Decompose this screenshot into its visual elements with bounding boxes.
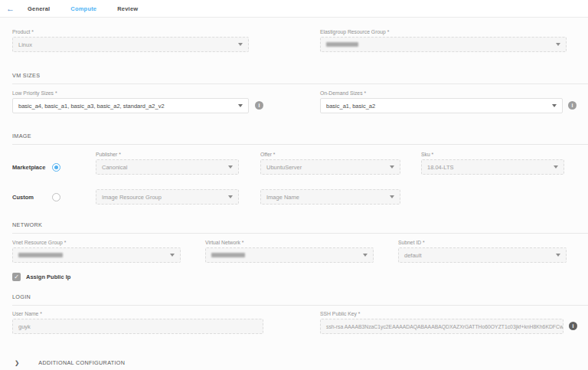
sku-label: Sku * bbox=[421, 151, 564, 158]
tab-general[interactable]: General bbox=[28, 5, 50, 12]
offer-select: UbuntuServer bbox=[260, 159, 400, 175]
dropdown-caret-icon bbox=[552, 104, 557, 107]
dropdown-caret-icon bbox=[390, 195, 394, 198]
low-priority-sizes-select[interactable]: basic_a4, basic_a1, basic_a3, basic_a2, … bbox=[12, 98, 249, 113]
low-priority-sizes-value: basic_a4, basic_a1, basic_a3, basic_a2, … bbox=[18, 103, 165, 110]
publisher-label: Publisher * bbox=[96, 151, 239, 158]
network-title: NETWORK bbox=[12, 221, 588, 228]
wizard-tabs: General Compute Review bbox=[28, 5, 158, 12]
wizard-top-bar: ← General Compute Review bbox=[0, 0, 588, 18]
ssh-public-key-input: ssh-rsa AAAAB3NzaC1yc2EAAAADAQABAAABAQDX… bbox=[320, 319, 564, 334]
image-name-select: Image Name bbox=[260, 189, 400, 205]
product-value: Linux bbox=[18, 41, 32, 48]
on-demand-sizes-select[interactable]: basic_a1, basic_a2 bbox=[320, 98, 563, 113]
product-select: Linux bbox=[12, 37, 249, 52]
publisher-value: Canonical bbox=[102, 164, 127, 171]
user-name-label: User Name * bbox=[12, 310, 263, 317]
assign-public-ip-row: ✓ Assign Public Ip bbox=[12, 273, 588, 281]
info-icon[interactable]: i bbox=[568, 101, 577, 110]
elastigroup-rg-label: Elastigroup Resource Group * bbox=[320, 28, 567, 35]
network-row: Vnet Resource Group * Virtual Network * … bbox=[12, 239, 588, 263]
marketplace-row: Marketplace Publisher * Canonical Offer … bbox=[12, 151, 588, 175]
user-name-value: guyk bbox=[18, 323, 31, 330]
dropdown-caret-icon bbox=[390, 165, 394, 169]
login-row: User Name * guyk SSH Public Key * ssh-rs… bbox=[12, 310, 588, 334]
redacted-value bbox=[326, 42, 358, 47]
low-priority-sizes-label: Low Priority Sizes * bbox=[12, 90, 249, 97]
vm-sizes-title: VM SIZES bbox=[12, 72, 588, 79]
info-icon[interactable]: i bbox=[569, 322, 577, 330]
ssh-public-key-label: SSH Public Key * bbox=[320, 310, 564, 317]
elastigroup-rg-select bbox=[320, 37, 567, 52]
network-section-header: NETWORK bbox=[12, 221, 588, 234]
login-title: LOGIN bbox=[12, 293, 588, 300]
vm-sizes-section-header: VM SIZES bbox=[12, 72, 588, 84]
dropdown-caret-icon bbox=[363, 254, 368, 257]
redacted-value bbox=[211, 253, 245, 257]
dropdown-caret-icon bbox=[228, 195, 233, 198]
product-row: Product * Linux Elastigroup Resource Gro… bbox=[12, 28, 588, 52]
ssh-public-key-value: ssh-rsa AAAAB3NzaC1yc2EAAAADAQABAAABAQDX… bbox=[326, 324, 564, 329]
product-label: Product * bbox=[12, 28, 249, 35]
image-name-placeholder: Image Name bbox=[266, 194, 299, 201]
back-arrow-icon[interactable]: ← bbox=[6, 5, 15, 13]
dropdown-caret-icon bbox=[556, 43, 560, 46]
compute-form: Product * Linux Elastigroup Resource Gro… bbox=[0, 28, 588, 370]
dropdown-caret-icon bbox=[228, 165, 233, 169]
image-resource-group-select: Image Resource Group bbox=[96, 189, 239, 205]
image-section-header: IMAGE bbox=[12, 133, 588, 145]
marketplace-radio[interactable] bbox=[52, 163, 60, 172]
dropdown-caret-icon bbox=[238, 43, 243, 46]
vnet-resource-group-label: Vnet Resource Group * bbox=[12, 239, 181, 246]
publisher-select: Canonical bbox=[96, 159, 239, 175]
marketplace-label: Marketplace bbox=[12, 164, 52, 171]
dropdown-caret-icon bbox=[554, 165, 558, 169]
tab-compute[interactable]: Compute bbox=[70, 5, 96, 12]
chevron-right-icon: ❯ bbox=[15, 359, 19, 366]
subnet-id-label: Subnet ID * bbox=[398, 239, 567, 246]
offer-label: Offer * bbox=[260, 151, 400, 158]
custom-radio[interactable] bbox=[52, 193, 60, 201]
additional-configuration-label: ADDITIONAL CONFIGURATION bbox=[38, 359, 125, 366]
vnet-resource-group-select bbox=[12, 247, 181, 263]
redacted-value bbox=[18, 253, 63, 257]
on-demand-sizes-value: basic_a1, basic_a2 bbox=[326, 103, 375, 110]
info-icon[interactable]: i bbox=[255, 101, 263, 110]
dropdown-caret-icon bbox=[170, 254, 175, 257]
additional-configuration-toggle[interactable]: ❯ ADDITIONAL CONFIGURATION bbox=[0, 359, 588, 370]
sku-select: 18.04-LTS bbox=[421, 159, 564, 175]
assign-public-ip-checkbox: ✓ bbox=[12, 273, 21, 281]
image-resource-group-placeholder: Image Resource Group bbox=[102, 194, 162, 201]
dropdown-caret-icon bbox=[238, 104, 243, 107]
tab-review[interactable]: Review bbox=[117, 5, 138, 12]
custom-image-row: Custom Image Resource Group Image Name bbox=[12, 189, 588, 205]
virtual-network-select bbox=[205, 247, 374, 263]
subnet-id-value: default bbox=[404, 252, 422, 259]
image-title: IMAGE bbox=[12, 133, 588, 139]
subnet-id-select: default bbox=[398, 247, 567, 263]
user-name-input: guyk bbox=[12, 319, 263, 334]
login-section-header: LOGIN bbox=[12, 293, 588, 306]
dropdown-caret-icon bbox=[556, 254, 560, 257]
sku-value: 18.04-LTS bbox=[427, 164, 453, 171]
virtual-network-label: Virtual Network * bbox=[205, 239, 374, 246]
custom-label: Custom bbox=[12, 194, 52, 201]
assign-public-ip-label: Assign Public Ip bbox=[26, 273, 70, 280]
offer-value: UbuntuServer bbox=[266, 164, 302, 171]
on-demand-sizes-label: On-Demand Sizes * bbox=[320, 90, 563, 97]
vm-sizes-row: Low Priority Sizes * basic_a4, basic_a1,… bbox=[12, 90, 588, 113]
